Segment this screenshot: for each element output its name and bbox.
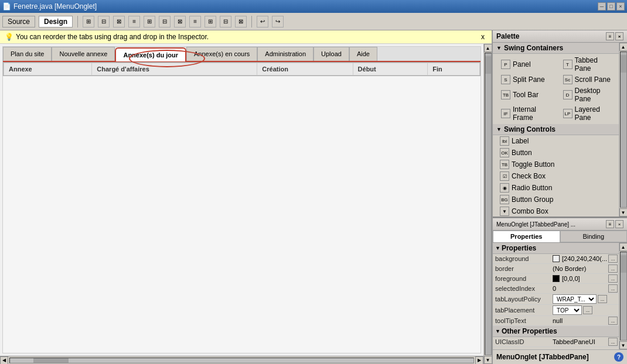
other-props-collapse-icon[interactable]: ▼ [495,328,500,334]
palette-container-item-4[interactable]: TBTool Bar [494,85,556,104]
palette-container-icon-6: IF [501,109,510,118]
binding-tab[interactable]: Binding [560,231,628,242]
h-scroll-thumb[interactable] [33,358,69,363]
property-ellipsis-toolTipText[interactable]: ... [608,317,618,325]
close-button[interactable]: × [616,2,625,11]
main-area: 💡 You can reorder the tabs using drag an… [0,30,627,364]
palette-close-button[interactable]: × [615,32,623,40]
property-name-border: border [493,264,551,273]
palette-control-label-2: Toggle Button [512,160,554,169]
palette-scroll-thumb[interactable] [621,55,626,73]
props-scroll-thumb[interactable] [621,255,626,273]
canvas-scroll-down-button[interactable]: ▼ [484,356,492,364]
palette-scroll-up-button[interactable]: ▲ [619,43,628,51]
property-value-selectedIndex: 0 [553,285,607,292]
toolbar-icon-10[interactable]: ⊟ [220,16,231,28]
toolbar-icon-6[interactable]: ⊟ [159,16,171,28]
tab-2[interactable]: Annexe(s) du jour [115,47,186,61]
palette-scroll-down-button[interactable]: ▼ [619,208,628,217]
palette-control-item-5[interactable]: BGButton Group [493,194,619,205]
scroll-right-button[interactable]: ▶ [475,356,483,365]
property-ellipsis-background[interactable]: ... [608,255,618,263]
left-panel: 💡 You can reorder the tabs using drag an… [0,30,492,364]
toolbar-icon-9[interactable]: ⊞ [205,16,216,28]
properties-section-label: Properties [502,244,536,252]
palette-header: Palette ≡ × [493,30,627,43]
property-ellipsis-border[interactable]: ... [608,265,618,273]
tab-0[interactable]: Plan du site [3,47,52,61]
property-ellipsis-tabLayoutPolicy[interactable]: ... [598,295,607,303]
palette-container-item-6[interactable]: IFInternal Frame [494,104,556,123]
palette-container-label-6: Internal Frame [513,105,549,122]
canvas-scroll-thumb[interactable] [485,56,491,74]
toolbar-icon-1[interactable]: ⊞ [83,16,94,28]
props-close-button[interactable]: × [615,220,623,228]
property-name-background: background [493,254,551,263]
h-scroll-track[interactable] [9,358,474,363]
props-menu-button[interactable]: ≡ [606,220,614,228]
canvas-vertical-scrollbar: ▲ ▼ [483,44,492,364]
help-button[interactable]: ? [614,352,623,362]
palette-container-item-1[interactable]: TTabbed Pane [556,55,618,74]
property-ellipsis-UIClassID[interactable]: ... [608,338,618,346]
maximize-button[interactable]: □ [607,2,615,11]
palette-container-item-5[interactable]: DDesktop Pane [556,85,618,104]
props-scroll-track[interactable] [620,252,627,341]
palette-container-item-7[interactable]: LPLayered Pane [556,104,618,123]
property-value-border: (No Border) [553,265,607,272]
toolbar-icon-11[interactable]: ⊠ [235,16,247,28]
palette-container-item-0[interactable]: PPanel [494,55,556,74]
toolbar-icon-redo[interactable]: ↪ [272,16,284,28]
tab-1[interactable]: Nouvelle annexe [52,47,115,61]
tab-6[interactable]: Aide [349,47,377,61]
toolbar-icon-3[interactable]: ⊠ [113,16,125,28]
controls-collapse-icon[interactable]: ▼ [496,126,502,132]
palette-control-item-4[interactable]: ◉Radio Button [493,182,619,194]
palette-control-item-2[interactable]: TBToggle Button [493,159,619,170]
scroll-left-button[interactable]: ◀ [0,356,8,365]
info-close-button[interactable]: x [479,33,487,41]
palette-menu-button[interactable]: ≡ [606,32,614,40]
toolbar-icon-7[interactable]: ⊠ [174,16,186,28]
props-scroll-down-button[interactable]: ▼ [619,341,628,349]
props-collapse-icon[interactable]: ▼ [495,245,500,251]
props-tabs: Properties Binding [493,231,627,243]
palette-control-item-6[interactable]: ▼Combo Box [493,205,619,217]
palette-container-item-2[interactable]: SSplit Pane [494,74,556,85]
tab-4[interactable]: Administration [257,47,314,61]
source-button[interactable]: Source [2,16,35,28]
palette-container-item-3[interactable]: ScScroll Pane [556,74,618,85]
property-row-selectedIndex: selectedIndex0... [493,284,619,294]
property-ellipsis-foreground[interactable]: ... [608,274,618,283]
property-dropdown-tabPlacement[interactable]: TOP [553,305,582,315]
palette-control-label-1: Button [512,149,532,157]
palette-content: ▼ Swing Containers PPanelTTabbed PaneSSp… [493,43,619,217]
minimize-button[interactable]: ─ [598,2,606,11]
canvas-scroll-up-button[interactable]: ▲ [484,44,492,52]
swing-controls-header: ▼ Swing Controls [493,124,619,135]
property-ellipsis-selectedIndex[interactable]: ... [608,284,618,293]
palette-control-item-0[interactable]: lblLabel [493,135,619,147]
property-value-cell-selectedIndex: 0... [551,284,619,293]
canvas-scroll-track[interactable] [485,53,492,355]
tab-5[interactable]: Upload [314,47,349,61]
swing-containers-header: ▼ Swing Containers [493,43,619,54]
tab-3[interactable]: Annexe(s) en cours [186,47,257,61]
property-dropdown-tabLayoutPolicy[interactable]: WRAP_T... [553,294,597,304]
properties-tab[interactable]: Properties [493,231,560,242]
containers-collapse-icon[interactable]: ▼ [496,45,502,51]
palette-control-item-1[interactable]: OKButton [493,147,619,159]
color-swatch-foreground [553,275,560,282]
design-button[interactable]: Design [39,16,73,28]
toolbar-icon-4[interactable]: ≡ [128,16,140,28]
toolbar-separator [77,16,78,28]
props-scroll-up-button[interactable]: ▲ [619,243,628,251]
toolbar-icon-5[interactable]: ⊞ [144,16,155,28]
toolbar-icon-2[interactable]: ⊟ [98,16,110,28]
property-ellipsis-tabPlacement[interactable]: ... [583,306,592,314]
palette-control-item-3[interactable]: ☑Check Box [493,170,619,182]
toolbar-icon-8[interactable]: ≡ [189,16,201,28]
toolbar-icon-undo[interactable]: ↩ [257,16,268,28]
palette-scroll-track[interactable] [620,51,627,208]
property-row-foreground: foreground[0,0,0]... [493,274,619,284]
